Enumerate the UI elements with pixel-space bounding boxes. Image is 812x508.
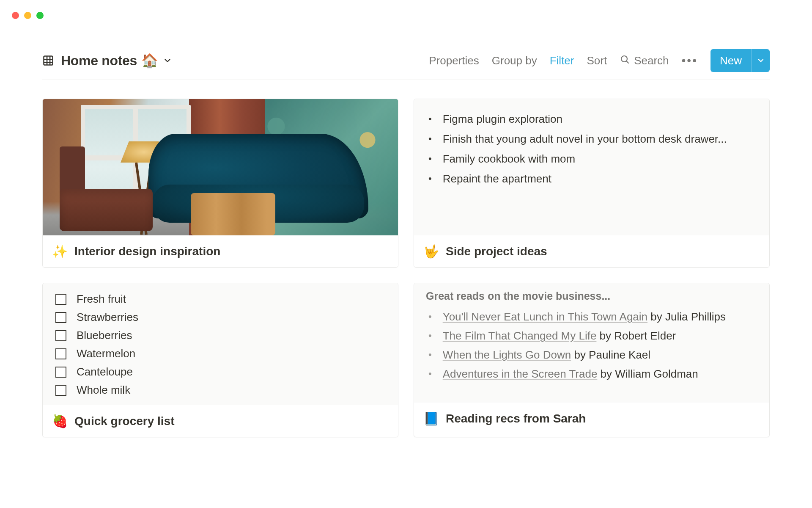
card-reading-recs[interactable]: Great reads on the movie business... You… bbox=[414, 283, 770, 437]
checklist-item: Canteloupe bbox=[55, 363, 386, 381]
new-button[interactable]: New bbox=[710, 49, 751, 72]
window-traffic-lights bbox=[12, 12, 44, 19]
more-options-button[interactable]: ••• bbox=[682, 54, 698, 67]
checklist-item: Whole milk bbox=[55, 381, 386, 399]
checklist-item-text: Canteloupe bbox=[77, 365, 133, 378]
rock-hand-icon: 🤟 bbox=[423, 244, 439, 259]
list-item-text: Repaint the apartment bbox=[443, 172, 551, 185]
book-byline: by Pauline Kael bbox=[571, 348, 650, 361]
card-title-text: Side project ideas bbox=[446, 245, 547, 258]
sort-button[interactable]: Sort bbox=[587, 54, 607, 67]
card-title-text: Reading recs from Sarah bbox=[446, 412, 586, 425]
filter-button[interactable]: Filter bbox=[550, 54, 574, 67]
search-label: Search bbox=[634, 54, 669, 67]
card-grocery-list[interactable]: Fresh fruit Strawberries Blueberries Wat… bbox=[42, 283, 398, 437]
list-item: Family cookbook with mom bbox=[426, 149, 757, 169]
checkbox[interactable] bbox=[55, 367, 66, 378]
close-window-button[interactable] bbox=[12, 12, 19, 19]
book-byline: by Julia Phillips bbox=[647, 310, 726, 323]
checklist-item-text: Fresh fruit bbox=[77, 293, 126, 306]
gallery-grid: ✨ Interior design inspiration Figma plug… bbox=[42, 99, 770, 437]
gallery-view-icon bbox=[42, 55, 54, 66]
side-projects-list: Figma plugin exploration Finish that you… bbox=[426, 109, 757, 189]
svg-rect-0 bbox=[44, 56, 53, 65]
search-button[interactable]: Search bbox=[620, 54, 669, 67]
card-cover-image bbox=[43, 99, 398, 235]
view-selector[interactable]: Home notes 🏠 bbox=[61, 52, 173, 69]
search-icon bbox=[620, 54, 630, 67]
book-title-link[interactable]: The Film That Changed My Life bbox=[443, 329, 597, 342]
chevron-down-icon bbox=[162, 55, 173, 66]
checkbox[interactable] bbox=[55, 385, 66, 396]
checklist-item: Watermelon bbox=[55, 345, 386, 363]
new-dropdown-button[interactable] bbox=[751, 49, 770, 72]
sparkles-icon: ✨ bbox=[52, 244, 68, 259]
view-title-text: Home notes bbox=[61, 53, 137, 69]
checklist-item: Blueberries bbox=[55, 326, 386, 345]
list-item-text: Figma plugin exploration bbox=[443, 113, 562, 126]
book-title-link[interactable]: Adventures in the Screen Trade bbox=[443, 367, 598, 380]
fullscreen-window-button[interactable] bbox=[36, 12, 44, 19]
checklist-item-text: Watermelon bbox=[77, 347, 135, 360]
strawberry-icon: 🍓 bbox=[52, 414, 68, 428]
list-item: Adventures in the Screen Trade by Willia… bbox=[426, 364, 757, 384]
checklist-item: Fresh fruit bbox=[55, 290, 386, 308]
book-icon: 📘 bbox=[423, 411, 439, 426]
card-interior-design[interactable]: ✨ Interior design inspiration bbox=[42, 99, 398, 268]
checklist-item-text: Whole milk bbox=[77, 384, 130, 397]
list-item: When the Lights Go Down by Pauline Kael bbox=[426, 345, 757, 364]
checklist-item: Strawberries bbox=[55, 308, 386, 326]
list-item-text: Family cookbook with mom bbox=[443, 152, 576, 166]
list-item: You'll Never Eat Lunch in This Town Agai… bbox=[426, 307, 757, 326]
checklist-item-text: Blueberries bbox=[77, 329, 132, 342]
reading-heading: Great reads on the movie business... bbox=[426, 290, 757, 302]
list-item-text: Finish that young adult novel in your bo… bbox=[443, 133, 727, 146]
checklist-item-text: Strawberries bbox=[77, 311, 138, 324]
card-title-text: Quick grocery list bbox=[74, 414, 175, 428]
minimize-window-button[interactable] bbox=[24, 12, 31, 19]
gallery-toolbar: Home notes 🏠 Properties Group by Filter … bbox=[42, 47, 770, 80]
book-byline: by Robert Elder bbox=[596, 329, 676, 342]
list-item: Repaint the apartment bbox=[426, 169, 757, 189]
card-title-text: Interior design inspiration bbox=[74, 245, 220, 258]
list-item: Figma plugin exploration bbox=[426, 109, 757, 129]
checkbox[interactable] bbox=[55, 294, 66, 305]
properties-button[interactable]: Properties bbox=[429, 54, 479, 67]
svg-line-6 bbox=[626, 61, 628, 63]
grocery-checklist: Fresh fruit Strawberries Blueberries Wat… bbox=[55, 290, 386, 399]
group-by-button[interactable]: Group by bbox=[492, 54, 537, 67]
book-title-link[interactable]: When the Lights Go Down bbox=[443, 348, 571, 361]
book-byline: by William Goldman bbox=[597, 367, 698, 380]
book-title-link[interactable]: You'll Never Eat Lunch in This Town Agai… bbox=[443, 310, 647, 323]
list-item: Finish that young adult novel in your bo… bbox=[426, 129, 757, 149]
checkbox[interactable] bbox=[55, 348, 66, 359]
checkbox[interactable] bbox=[55, 330, 66, 341]
list-item: The Film That Changed My Life by Robert … bbox=[426, 326, 757, 345]
view-emoji: 🏠 bbox=[141, 52, 158, 69]
new-split-button: New bbox=[710, 49, 770, 72]
checkbox[interactable] bbox=[55, 312, 66, 323]
card-side-projects[interactable]: Figma plugin exploration Finish that you… bbox=[414, 99, 770, 268]
reading-list: You'll Never Eat Lunch in This Town Agai… bbox=[426, 307, 757, 384]
